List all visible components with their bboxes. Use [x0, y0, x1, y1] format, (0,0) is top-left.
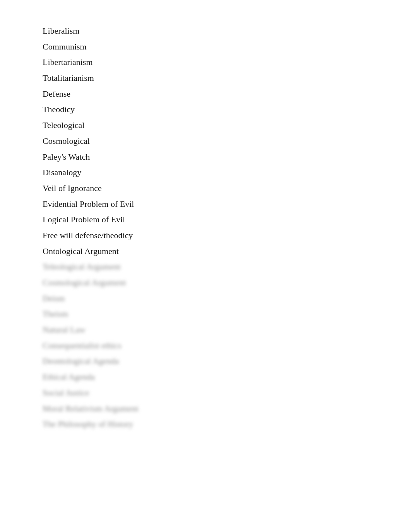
list-item-blurred-1: Teleological Argument — [43, 259, 411, 275]
list-item-theodicy[interactable]: Theodicy — [43, 102, 411, 118]
list-item-logical-problem-of-evil[interactable]: Logical Problem of Evil — [43, 212, 411, 228]
list-item-blurred-4: Theism — [43, 306, 411, 322]
list-item-blurred-9: Social Justice — [43, 385, 411, 401]
list-item-blurred-6: Consequentialist ethics — [43, 338, 411, 354]
list-item-veil-of-ignorance[interactable]: Veil of Ignorance — [43, 181, 411, 196]
philosophy-list: LiberalismCommunismLibertarianismTotalit… — [43, 23, 411, 432]
list-item-paleys-watch[interactable]: Paley's Watch — [43, 149, 411, 165]
list-item-liberalism[interactable]: Liberalism — [43, 23, 411, 39]
list-item-blurred-11: The Philosophy of History — [43, 416, 411, 432]
list-item-libertarianism[interactable]: Libertarianism — [43, 55, 411, 70]
list-item-ontological-argument[interactable]: Ontological Argument — [43, 244, 411, 259]
list-item-disanalogy[interactable]: Disanalogy — [43, 165, 411, 181]
list-item-blurred-2: Cosmological Argument — [43, 275, 411, 291]
list-item-blurred-5: Natural Law — [43, 322, 411, 338]
list-item-communism[interactable]: Communism — [43, 39, 411, 55]
list-item-teleological[interactable]: Teleological — [43, 118, 411, 133]
list-item-blurred-7: Deontological Agenda — [43, 353, 411, 369]
list-item-defense[interactable]: Defense — [43, 86, 411, 102]
list-item-blurred-10: Moral Relativism Argument — [43, 401, 411, 417]
list-item-evidential-problem-of-evil[interactable]: Evidential Problem of Evil — [43, 196, 411, 212]
list-item-blurred-3: Deism — [43, 291, 411, 307]
list-item-free-will-defense-theodicy[interactable]: Free will defense/theodicy — [43, 228, 411, 244]
list-item-totalitarianism[interactable]: Totalitarianism — [43, 70, 411, 86]
list-item-blurred-8: Ethical Agenda — [43, 369, 411, 385]
list-item-cosmological[interactable]: Cosmological — [43, 133, 411, 149]
